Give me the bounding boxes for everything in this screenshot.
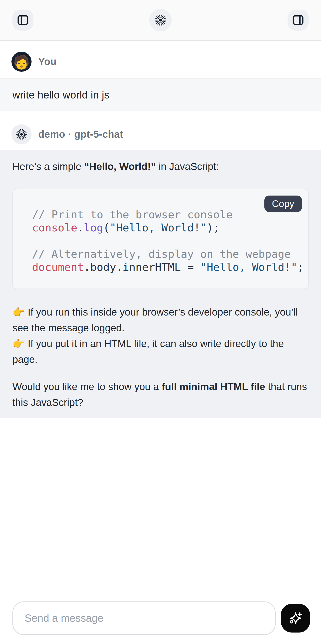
composer-bar (0, 592, 321, 644)
assistant-avatar (11, 124, 31, 144)
person-emoji: 🧑 (13, 56, 30, 69)
assistant-sender-label: demo · gpt-5-chat (38, 128, 123, 140)
chat-app: 🧑 You write hello world in js (0, 0, 321, 644)
assistant-note-2: 👉 If you put it in an HTML file, it can … (12, 336, 309, 368)
panel-right-icon (292, 14, 305, 26)
assistant-followup-question: Would you like me to show you a full min… (12, 379, 309, 410)
user-avatar: 🧑 (11, 52, 31, 72)
user-sender-label: You (38, 56, 57, 68)
panel-left-icon (16, 14, 29, 26)
starburst-icon (15, 128, 27, 140)
top-bar (0, 0, 321, 41)
chat-scroll-area[interactable]: 🧑 You write hello world in js (0, 41, 321, 592)
starburst-icon (154, 14, 167, 26)
sparkles-icon (288, 611, 303, 626)
right-panel-toggle-button[interactable] (288, 10, 309, 30)
user-message-text: write hello world in js (12, 89, 309, 101)
code-content: // Print to the browser console console.… (32, 208, 294, 274)
send-button[interactable] (281, 604, 310, 632)
copy-button[interactable]: Copy (264, 196, 302, 212)
user-message: 🧑 You write hello world in js (0, 52, 321, 112)
message-input[interactable] (12, 602, 276, 635)
assistant-intro-text: Here’s a simple “Hello, World!” in JavaS… (12, 159, 309, 174)
assistant-note-1: 👉 If you run this inside your browser’s … (12, 304, 309, 336)
user-message-bubble: write hello world in js (0, 78, 321, 112)
user-message-header: 🧑 You (0, 52, 321, 72)
model-logo-button[interactable] (149, 9, 172, 31)
assistant-message: demo · gpt-5-chat Here’s a simple “Hello… (0, 124, 321, 418)
code-block: Copy // Print to the browser console con… (12, 189, 309, 289)
assistant-message-header: demo · gpt-5-chat (0, 124, 321, 144)
sidebar-toggle-button[interactable] (12, 10, 33, 30)
assistant-message-body: Here’s a simple “Hello, World!” in JavaS… (0, 150, 321, 418)
